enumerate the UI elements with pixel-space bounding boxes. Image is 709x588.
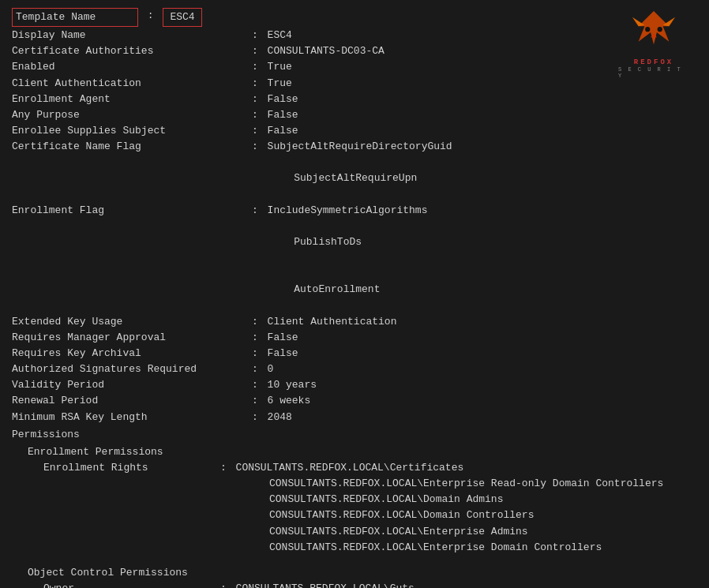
mgr-approval-value: False [268, 330, 298, 346]
enrollment-rights-cont5: CONSULTANTS.REDFOX.LOCAL\Enterprise Doma… [12, 540, 697, 556]
renewal-period-label: Renewal Period [12, 393, 249, 409]
client-auth-row: Client Authentication : True [12, 76, 697, 92]
cert-name-flag-label: Certificate Name Flag [12, 139, 249, 155]
ext-key-usage-row: Extended Key Usage : Client Authenticati… [12, 314, 697, 330]
enrollment-rights-value4: CONSULTANTS.REDFOX.LOCAL\Domain Controll… [269, 509, 534, 521]
mgr-approval-label: Requires Manager Approval [12, 330, 249, 346]
enrollment-flag-row: Enrollment Flag : IncludeSymmetricAlgori… [12, 203, 697, 219]
renewal-period-row: Renewal Period : 6 weeks [12, 393, 697, 409]
enrollment-rights-cont1: CONSULTANTS.REDFOX.LOCAL\Enterprise Read… [12, 476, 697, 492]
enrollee-supplies-value: False [268, 123, 298, 139]
ext-key-usage-label: Extended Key Usage [12, 314, 249, 330]
display-name-row: Display Name : ESC4 [12, 28, 697, 43]
permissions-header: Permissions [12, 425, 697, 443]
enabled-label: Enabled [12, 59, 249, 75]
enrollment-flag-cont1: PublishToDs [12, 219, 697, 266]
logo-text: REDFOX [634, 58, 673, 66]
logo-subtext: S E C U R I T Y [618, 66, 689, 79]
cert-name-flag-cont: SubjectAltRequireUpn [12, 155, 697, 202]
enrollee-supplies-label: Enrollee Supplies Subject [12, 123, 249, 139]
enrollment-agent-label: Enrollment Agent [12, 92, 249, 107]
enrollment-flag-value2: PublishToDs [294, 236, 362, 248]
auth-sigs-label: Authorized Signatures Required [12, 361, 249, 377]
mgr-approval-row: Requires Manager Approval : False [12, 330, 697, 346]
template-name-row: Template Name : ESC4 [12, 8, 697, 27]
any-purpose-row: Any Purpose : False [12, 107, 697, 123]
svg-marker-0 [639, 11, 670, 45]
any-purpose-label: Any Purpose [12, 107, 249, 123]
enrollment-flag-label: Enrollment Flag [12, 203, 249, 219]
key-archival-value: False [268, 346, 298, 361]
permissions-label: Permissions [12, 427, 80, 443]
owner-value: CONSULTANTS.REDFOX.LOCAL\Guts [236, 581, 415, 588]
obj-control-header: Object Control Permissions [12, 564, 697, 581]
validity-period-label: Validity Period [12, 377, 249, 393]
page-container: REDFOX S E C U R I T Y Template Name : E… [12, 8, 697, 588]
enabled-row: Enabled : True [12, 59, 697, 75]
enrollment-rights-value3: CONSULTANTS.REDFOX.LOCAL\Domain Admins [269, 493, 503, 505]
cert-name-flag-row: Certificate Name Flag : SubjectAltRequir… [12, 139, 697, 155]
enrollment-rights-row: Enrollment Rights : CONSULTANTS.REDFOX.L… [12, 460, 697, 476]
enrollment-agent-row: Enrollment Agent : False [12, 92, 697, 107]
rsa-key-length-row: Minimum RSA Key Length : 2048 [12, 410, 697, 425]
svg-point-3 [645, 27, 650, 32]
obj-control-label: Object Control Permissions [28, 565, 188, 581]
enrollee-supplies-row: Enrollee Supplies Subject : False [12, 123, 697, 139]
validity-period-row: Validity Period : 10 years [12, 377, 697, 393]
enrollment-rights-cont2: CONSULTANTS.REDFOX.LOCAL\Domain Admins [12, 492, 697, 507]
enabled-value: True [268, 59, 292, 75]
template-name-label: Template Name [12, 8, 138, 27]
owner-label: Owner [43, 581, 217, 588]
client-auth-label: Client Authentication [12, 76, 249, 92]
display-name-label: Display Name [12, 28, 249, 43]
enrollment-rights-cont4: CONSULTANTS.REDFOX.LOCAL\Enterprise Admi… [12, 524, 697, 540]
owner-row: Owner : CONSULTANTS.REDFOX.LOCAL\Guts [12, 581, 697, 588]
rsa-key-length-value: 2048 [268, 410, 292, 425]
any-purpose-value: False [268, 107, 298, 123]
svg-marker-2 [663, 17, 676, 27]
enrollment-rights-cont3: CONSULTANTS.REDFOX.LOCAL\Domain Controll… [12, 507, 697, 523]
redfox-logo-icon [626, 8, 681, 57]
key-archival-label: Requires Key Archival [12, 346, 249, 361]
cert-name-flag-value1: SubjectAltRequireDirectoryGuid [268, 139, 452, 155]
enrollment-agent-value: False [268, 92, 298, 107]
enrollment-perms-header: Enrollment Permissions [12, 443, 697, 460]
enrollment-rights-value6: CONSULTANTS.REDFOX.LOCAL\Enterprise Doma… [269, 541, 602, 553]
template-name-value: ESC4 [163, 8, 201, 27]
cert-auth-label: Certificate Authorities [12, 43, 249, 59]
enrollment-rights-label: Enrollment Rights [43, 460, 217, 476]
enrollment-perms-label: Enrollment Permissions [28, 444, 163, 460]
svg-point-4 [658, 27, 662, 32]
auth-sigs-value: 0 [268, 361, 274, 377]
cert-auth-value: CONSULTANTS-DC03-CA [268, 43, 385, 59]
display-name-value: ESC4 [268, 28, 292, 43]
logo-area: REDFOX S E C U R I T Y [618, 8, 689, 79]
validity-period-value: 10 years [268, 377, 317, 393]
enrollment-flag-value1: IncludeSymmetricAlgorithms [268, 203, 428, 219]
key-archival-row: Requires Key Archival : False [12, 346, 697, 361]
ext-key-usage-value: Client Authentication [268, 314, 397, 330]
client-auth-value: True [268, 76, 292, 92]
enrollment-rights-value5: CONSULTANTS.REDFOX.LOCAL\Enterprise Admi… [269, 526, 528, 537]
svg-marker-1 [632, 17, 645, 27]
enrollment-flag-value3: AutoEnrollment [294, 283, 380, 295]
renewal-period-value: 6 weeks [268, 393, 311, 409]
cert-name-flag-value2: SubjectAltRequireUpn [294, 172, 417, 184]
cert-auth-row: Certificate Authorities : CONSULTANTS-DC… [12, 43, 697, 59]
enrollment-rights-value2: CONSULTANTS.REDFOX.LOCAL\Enterprise Read… [269, 478, 663, 489]
auth-sigs-row: Authorized Signatures Required : 0 [12, 361, 697, 377]
rsa-key-length-label: Minimum RSA Key Length [12, 410, 249, 425]
enrollment-flag-cont2: AutoEnrollment [12, 266, 697, 313]
enrollment-rights-value1: CONSULTANTS.REDFOX.LOCAL\Certificates [236, 460, 464, 476]
